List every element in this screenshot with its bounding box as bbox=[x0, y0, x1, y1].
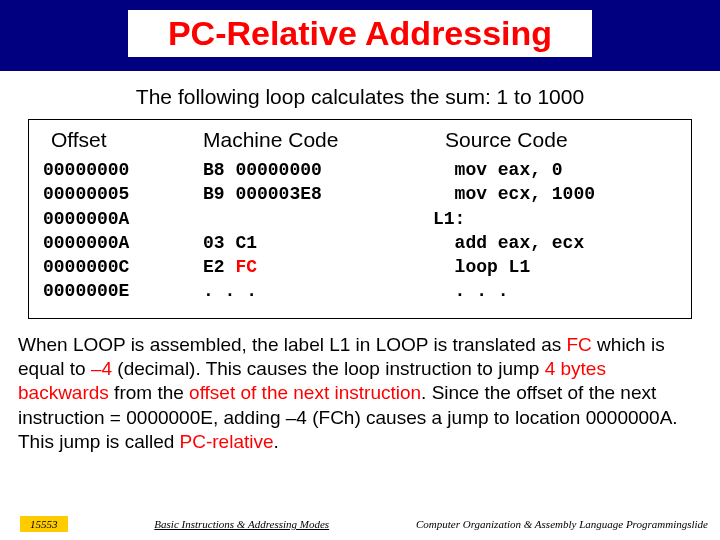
explanation: When LOOP is assembled, the label L1 in … bbox=[18, 333, 702, 455]
footer-left: 15553 bbox=[20, 516, 68, 532]
machine-line: 03 C1 bbox=[203, 231, 423, 255]
footer-right: Computer Organization & Assembly Languag… bbox=[416, 518, 708, 530]
source-line: add eax, ecx bbox=[433, 231, 677, 255]
hl-fc: FC bbox=[566, 334, 591, 355]
machine-line: B9 000003E8 bbox=[203, 182, 423, 206]
machine-line bbox=[203, 207, 423, 231]
source-line: mov eax, 0 bbox=[433, 158, 677, 182]
title-bar: PC-Relative Addressing bbox=[0, 0, 720, 71]
header-source: Source Code bbox=[433, 128, 677, 158]
footer: 15553 Basic Instructions & Addressing Mo… bbox=[0, 516, 720, 532]
source-line: L1: bbox=[433, 207, 677, 231]
t: When LOOP is assembled, the label L1 in … bbox=[18, 334, 566, 355]
source-line: mov ecx, 1000 bbox=[433, 182, 677, 206]
code-box: Offset Machine Code Source Code 00000000… bbox=[28, 119, 692, 319]
header-machine: Machine Code bbox=[203, 128, 423, 158]
code-grid: Offset Machine Code Source Code 00000000… bbox=[43, 128, 677, 304]
source-line: loop L1 bbox=[433, 255, 677, 279]
col-source: mov eax, 0 mov ecx, 1000L1: add eax, ecx… bbox=[433, 158, 677, 304]
page-title: PC-Relative Addressing bbox=[128, 10, 592, 57]
t: . bbox=[274, 431, 279, 452]
hl-offset-next: offset of the next instruction bbox=[189, 382, 421, 403]
hl-pcrel: PC-relative bbox=[180, 431, 274, 452]
col-offsets: 00000000 00000005 0000000A 0000000A 0000… bbox=[43, 158, 193, 304]
footer-mid: Basic Instructions & Addressing Modes bbox=[68, 518, 416, 530]
t: from the bbox=[109, 382, 189, 403]
col-machine: B8 00000000B9 000003E8 03 C1E2 FC. . . bbox=[203, 158, 423, 304]
source-line: . . . bbox=[433, 279, 677, 303]
machine-line: . . . bbox=[203, 279, 423, 303]
header-offset: Offset bbox=[43, 128, 193, 158]
hl-neg4: –4 bbox=[91, 358, 112, 379]
t: (decimal). This causes the loop instruct… bbox=[112, 358, 545, 379]
machine-line: E2 FC bbox=[203, 255, 423, 279]
subtitle: The following loop calculates the sum: 1… bbox=[0, 85, 720, 109]
machine-line: B8 00000000 bbox=[203, 158, 423, 182]
